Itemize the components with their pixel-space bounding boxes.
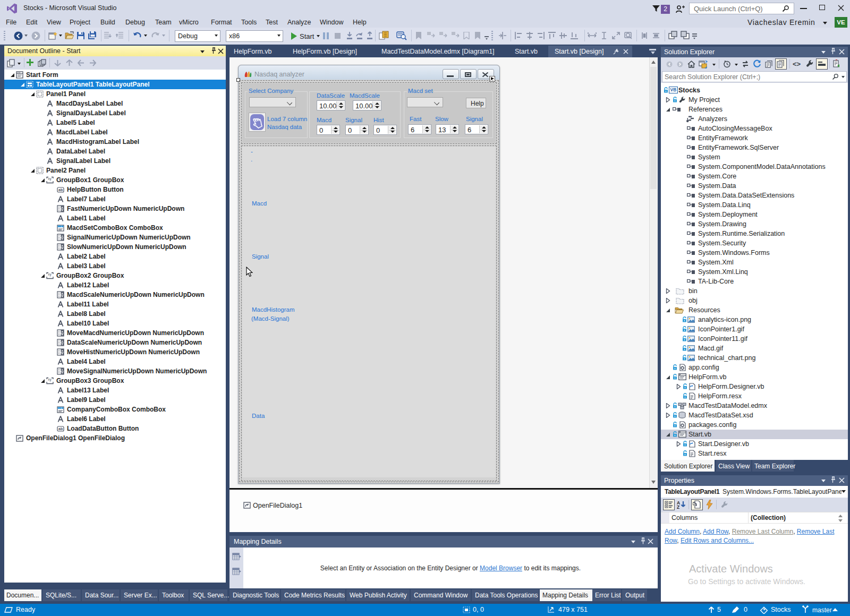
svg-text:xy: xy: [48, 177, 52, 181]
svg-text:ab: ab: [58, 188, 63, 192]
svg-text:xy: xy: [48, 378, 52, 382]
svg-text:xy: xy: [48, 272, 52, 277]
svg-text:Z: Z: [677, 504, 679, 509]
svg-text:ab: ab: [58, 427, 63, 431]
